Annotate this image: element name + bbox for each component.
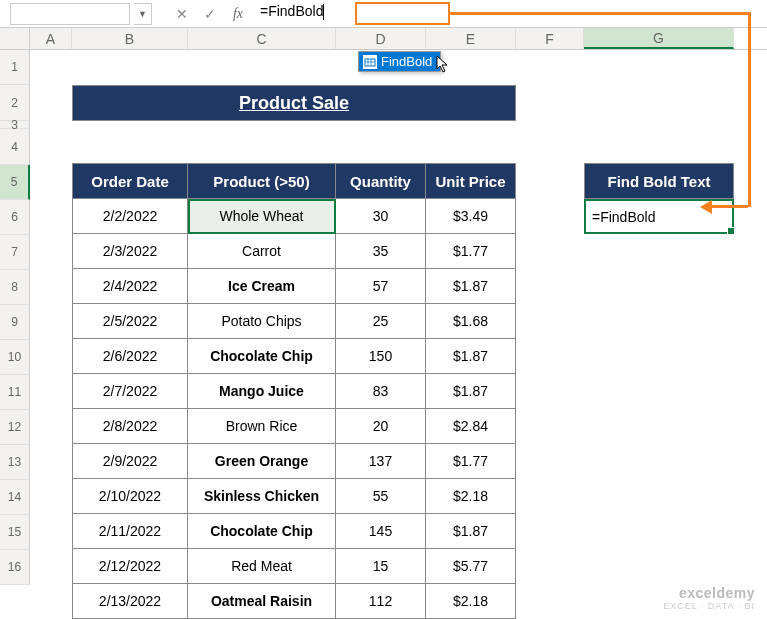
cell-date[interactable]: 2/3/2022 [72,234,188,269]
select-all-corner[interactable] [0,28,30,49]
cell-product[interactable]: Red Meat [188,549,336,584]
cell-qty[interactable]: 25 [336,304,426,339]
cell-price[interactable]: $5.77 [426,549,516,584]
row-header-14[interactable]: 14 [0,480,30,515]
cell-qty[interactable]: 137 [336,444,426,479]
col-header-B[interactable]: B [72,28,188,49]
cell-price[interactable]: $1.77 [426,234,516,269]
cell-product[interactable]: Ice Cream [188,269,336,304]
cell-date[interactable]: 2/10/2022 [72,479,188,514]
th-unit-price[interactable]: Unit Price [426,163,516,199]
col-header-E[interactable]: E [426,28,516,49]
data-table: Order Date Product (>50) Quantity Unit P… [72,163,516,619]
chevron-down-icon: ▼ [138,9,147,19]
namebox-dropdown[interactable]: ▼ [134,3,152,25]
row-header-6[interactable]: 6 [0,200,30,235]
enter-button[interactable]: ✓ [198,3,222,25]
cell-qty[interactable]: 112 [336,584,426,619]
cell-date[interactable]: 2/12/2022 [72,549,188,584]
cell-qty[interactable]: 30 [336,199,426,234]
row-headers: 1 2 3 4 5 6 7 8 9 10 11 12 13 14 15 16 [0,50,30,585]
col-header-G[interactable]: G [584,28,734,49]
th-product[interactable]: Product (>50) [188,163,336,199]
table-row: 2/8/2022Brown Rice20$2.84 [72,409,516,444]
cell-qty[interactable]: 20 [336,409,426,444]
cell-price[interactable]: $1.77 [426,444,516,479]
col-header-F[interactable]: F [516,28,584,49]
cell-date[interactable]: 2/11/2022 [72,514,188,549]
row-header-12[interactable]: 12 [0,410,30,445]
cell-qty[interactable]: 57 [336,269,426,304]
table-row: 2/2/2022Whole Wheat30$3.49 [72,199,516,234]
cell-qty[interactable]: 150 [336,339,426,374]
col-header-D[interactable]: D [336,28,426,49]
th-order-date[interactable]: Order Date [72,163,188,199]
cell-price[interactable]: $2.18 [426,584,516,619]
cell-product[interactable]: Brown Rice [188,409,336,444]
row-header-16[interactable]: 16 [0,550,30,585]
autocomplete-item[interactable]: FindBold [359,52,440,71]
col-header-C[interactable]: C [188,28,336,49]
cell-product[interactable]: Whole Wheat [188,199,336,234]
cell-product[interactable]: Skinless Chicken [188,479,336,514]
cell-price[interactable]: $2.84 [426,409,516,444]
cell-price[interactable]: $1.87 [426,339,516,374]
cell-price[interactable]: $1.87 [426,374,516,409]
cell-price[interactable]: $1.87 [426,269,516,304]
cell-qty[interactable]: 15 [336,549,426,584]
cell-product[interactable]: Chocolate Chip [188,514,336,549]
th-quantity[interactable]: Quantity [336,163,426,199]
cell-qty[interactable]: 35 [336,234,426,269]
cell-product[interactable]: Potato Chips [188,304,336,339]
cell-qty[interactable]: 55 [336,479,426,514]
row-header-8[interactable]: 8 [0,270,30,305]
table-row: 2/7/2022Mango Juice83$1.87 [72,374,516,409]
col-header-A[interactable]: A [30,28,72,49]
cell-product[interactable]: Mango Juice [188,374,336,409]
row-header-15[interactable]: 15 [0,515,30,550]
row-header-11[interactable]: 11 [0,375,30,410]
cell-date[interactable]: 2/8/2022 [72,409,188,444]
name-box[interactable] [10,3,130,25]
table-row: 2/10/2022Skinless Chicken55$2.18 [72,479,516,514]
cell-product[interactable]: Oatmeal Raisin [188,584,336,619]
table-row: 2/13/2022Oatmeal Raisin112$2.18 [72,584,516,619]
table-row: 2/6/2022Chocolate Chip150$1.87 [72,339,516,374]
cell-date[interactable]: 2/6/2022 [72,339,188,374]
cell-price[interactable]: $1.68 [426,304,516,339]
row-header-5[interactable]: 5 [0,165,30,200]
cell-date[interactable]: 2/7/2022 [72,374,188,409]
row-header-9[interactable]: 9 [0,305,30,340]
table-row: 2/4/2022Ice Cream57$1.87 [72,269,516,304]
title-cell[interactable]: Product Sale [72,85,516,121]
table-row: 2/5/2022Potato Chips25$1.68 [72,304,516,339]
row-header-7[interactable]: 7 [0,235,30,270]
cell-product[interactable]: Carrot [188,234,336,269]
row-header-2[interactable]: 2 [0,85,30,121]
cell-price[interactable]: $3.49 [426,199,516,234]
cell-product[interactable]: Chocolate Chip [188,339,336,374]
cell-price[interactable]: $2.18 [426,479,516,514]
cell-price[interactable]: $1.87 [426,514,516,549]
watermark: exceldemy EXCEL · DATA · BI [663,585,755,611]
cell-date[interactable]: 2/13/2022 [72,584,188,619]
table-row: 2/9/2022Green Orange137$1.77 [72,444,516,479]
cell-date[interactable]: 2/4/2022 [72,269,188,304]
find-bold-header[interactable]: Find Bold Text [584,163,734,199]
row-header-13[interactable]: 13 [0,445,30,480]
cell-product[interactable]: Green Orange [188,444,336,479]
cell-date[interactable]: 2/5/2022 [72,304,188,339]
row-header-3[interactable]: 3 [0,121,30,129]
cell-qty[interactable]: 83 [336,374,426,409]
cancel-button[interactable]: ✕ [170,3,194,25]
name-icon [363,55,377,69]
row-header-1[interactable]: 1 [0,50,30,85]
cell-date[interactable]: 2/2/2022 [72,199,188,234]
formula-autocomplete: FindBold [358,51,441,72]
row-header-10[interactable]: 10 [0,340,30,375]
cell-qty[interactable]: 145 [336,514,426,549]
cell-date[interactable]: 2/9/2022 [72,444,188,479]
table-row: 2/11/2022Chocolate Chip145$1.87 [72,514,516,549]
fx-button[interactable]: fx [226,3,250,25]
row-header-4[interactable]: 4 [0,129,30,165]
